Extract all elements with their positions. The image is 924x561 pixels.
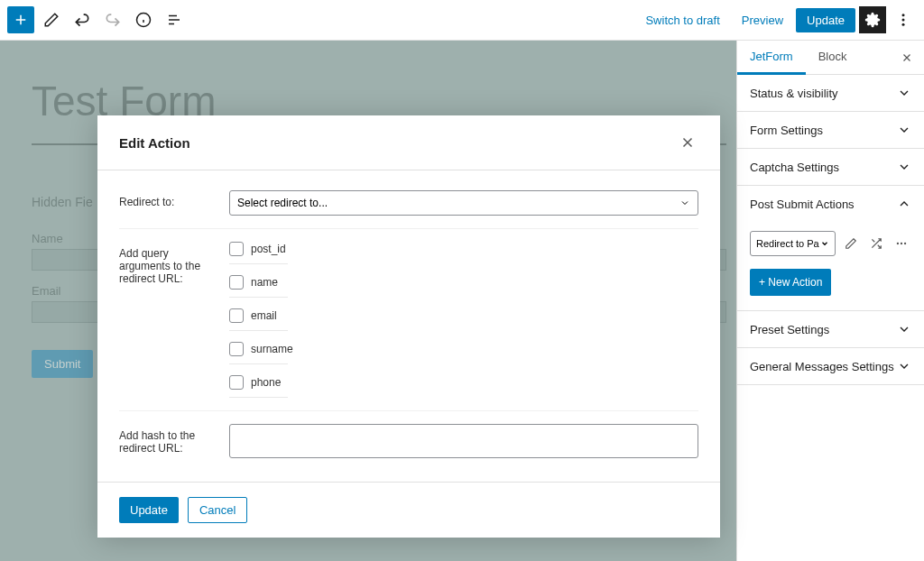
close-sidebar-button[interactable] <box>890 44 924 71</box>
plus-icon <box>13 12 29 28</box>
shuffle-icon <box>870 237 882 250</box>
redirect-to-row: Redirect to: Select redirect to... <box>119 185 698 229</box>
edit-action-button[interactable] <box>841 234 861 253</box>
select-placeholder: Select redirect to... <box>237 197 328 209</box>
check-item-phone: phone <box>229 375 288 398</box>
top-toolbar: Switch to draft Preview Update <box>0 0 924 41</box>
modal-body: Redirect to: Select redirect to... Add q… <box>97 170 720 482</box>
gear-icon <box>864 12 881 28</box>
check-item-post-id: post_id <box>229 242 288 264</box>
hash-row: Add hash to the redirect URL: <box>119 418 698 467</box>
edit-action-modal: Edit Action Redirect to: Select redirect… <box>97 115 720 538</box>
action-more-button[interactable] <box>892 234 911 253</box>
panel-label: Captcha Settings <box>750 161 839 174</box>
chevron-down-icon <box>820 239 829 248</box>
checkbox-label: surname <box>251 343 293 355</box>
undo-icon <box>73 11 91 29</box>
undo-button[interactable] <box>69 6 96 33</box>
panel-general-messages[interactable]: General Messages Settings <box>737 348 924 384</box>
chevron-down-icon <box>679 198 690 208</box>
chevron-up-icon <box>897 197 911 211</box>
action-item-row: Redirect to Pa <box>750 231 911 256</box>
sidebar-tabs: JetForm Block <box>737 41 924 75</box>
checkbox-post-id[interactable] <box>229 242 244 256</box>
modal-title: Edit Action <box>119 135 190 151</box>
checkbox-label: post_id <box>251 243 286 255</box>
check-item-name: name <box>229 275 288 298</box>
checkbox-email[interactable] <box>229 308 244 323</box>
action-type-select[interactable]: Redirect to Pa <box>750 231 836 256</box>
tab-jetform[interactable]: JetForm <box>737 41 806 75</box>
checkbox-label: email <box>251 309 277 322</box>
close-icon <box>679 134 696 151</box>
tab-block[interactable]: Block <box>806 41 860 75</box>
modal-header: Edit Action <box>97 115 720 170</box>
action-select-value: Redirect to Pa <box>756 238 819 249</box>
checkbox-phone[interactable] <box>229 375 244 390</box>
panel-label: Status & visibility <box>750 87 838 100</box>
checkbox-label: name <box>251 276 278 289</box>
redo-button[interactable] <box>99 6 126 33</box>
pencil-icon <box>845 237 857 250</box>
modal-close-button[interactable] <box>677 132 698 153</box>
svg-point-1 <box>902 14 905 16</box>
new-action-button[interactable]: + New Action <box>750 269 831 296</box>
panel-preset-settings[interactable]: Preset Settings <box>737 311 924 347</box>
hash-label: Add hash to the redirect URL: <box>119 424 218 455</box>
info-button[interactable] <box>130 6 157 33</box>
conditions-button[interactable] <box>866 234 886 253</box>
info-icon <box>135 12 152 28</box>
edit-button[interactable] <box>38 6 65 33</box>
panel-status-visibility[interactable]: Status & visibility <box>737 75 924 111</box>
redirect-to-label: Redirect to: <box>119 190 218 208</box>
modal-footer: Update Cancel <box>97 482 720 538</box>
check-item-email: email <box>229 308 288 331</box>
panel-post-submit-actions[interactable]: Post Submit Actions <box>737 186 924 222</box>
modal-update-button[interactable]: Update <box>119 497 179 523</box>
switch-to-draft-button[interactable]: Switch to draft <box>636 8 728 32</box>
query-args-list: post_id name email surname <box>229 242 698 398</box>
checkbox-name[interactable] <box>229 275 244 290</box>
redirect-to-select[interactable]: Select redirect to... <box>229 190 698 216</box>
panel-label: Preset Settings <box>750 323 829 336</box>
chevron-down-icon <box>897 86 911 100</box>
more-options-button[interactable] <box>890 6 917 33</box>
chevron-down-icon <box>897 160 911 174</box>
chevron-down-icon <box>897 322 911 336</box>
panel-captcha-settings[interactable]: Captcha Settings <box>737 149 924 185</box>
checkbox-label: phone <box>251 376 281 389</box>
chevron-down-icon <box>897 123 911 137</box>
pencil-icon <box>43 12 60 28</box>
panel-form-settings[interactable]: Form Settings <box>737 112 924 148</box>
update-button[interactable]: Update <box>796 8 855 32</box>
panel-label: General Messages Settings <box>750 360 894 373</box>
close-icon <box>901 51 913 64</box>
panel-label: Form Settings <box>750 124 823 137</box>
list-view-button[interactable] <box>161 6 188 33</box>
list-icon <box>166 12 182 28</box>
svg-point-2 <box>902 19 905 22</box>
svg-point-3 <box>902 23 905 26</box>
modal-cancel-button[interactable]: Cancel <box>188 497 247 523</box>
more-vertical-icon <box>895 12 911 28</box>
redo-icon <box>104 11 122 29</box>
checkbox-surname[interactable] <box>229 342 244 356</box>
svg-point-5 <box>901 243 902 244</box>
add-block-button[interactable] <box>7 6 34 33</box>
settings-sidebar: JetForm Block Status & visibility Form S… <box>736 41 924 561</box>
chevron-down-icon <box>897 359 911 373</box>
more-horizontal-icon <box>895 237 908 250</box>
settings-button[interactable] <box>859 6 886 33</box>
panel-body-post-submit: Redirect to Pa + New Action <box>737 222 924 310</box>
svg-point-4 <box>897 243 899 244</box>
hash-input[interactable] <box>229 424 698 458</box>
query-args-label: Add query arguments to the redirect URL: <box>119 242 218 285</box>
svg-point-6 <box>904 243 906 244</box>
check-item-surname: surname <box>229 342 288 364</box>
query-args-row: Add query arguments to the redirect URL:… <box>119 236 698 411</box>
panel-label: Post Submit Actions <box>750 198 855 211</box>
preview-button[interactable]: Preview <box>733 8 792 32</box>
